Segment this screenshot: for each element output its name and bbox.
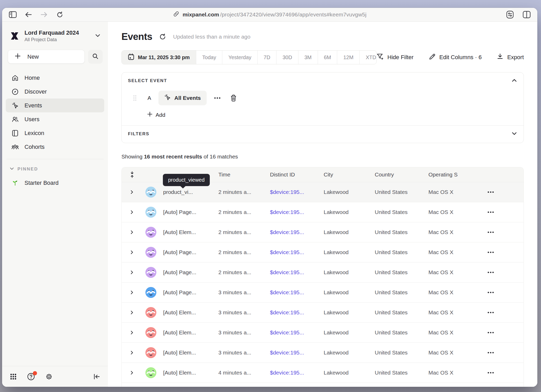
apps-grid-icon[interactable]: [10, 373, 17, 380]
address-bar[interactable]: mixpanel.com/project/3472420/view/397469…: [173, 8, 367, 21]
expand-row-icon[interactable]: [130, 190, 134, 194]
expand-row-icon[interactable]: [130, 210, 134, 215]
row-more-options-icon[interactable]: [483, 271, 494, 273]
country-cell: United States: [375, 189, 428, 195]
expand-row-icon[interactable]: [130, 350, 134, 355]
expand-row-icon[interactable]: [130, 370, 134, 375]
sidebar-item-users[interactable]: Users: [6, 112, 104, 126]
distinct-id-link[interactable]: $device:195...: [270, 350, 324, 356]
row-more-options-icon[interactable]: [483, 372, 494, 374]
desktop: { "browser": { "url_host": "mixpanel.com…: [0, 0, 541, 392]
row-more-options-icon[interactable]: [483, 332, 494, 334]
sidebar-item-events[interactable]: Events: [6, 99, 104, 112]
event-name-cell[interactable]: product_vi...: [163, 189, 218, 195]
event-name-cell[interactable]: [Auto] Page...: [163, 209, 218, 215]
event-name-cell[interactable]: [Auto] Page...: [163, 269, 218, 275]
sidebar-item-home[interactable]: Home: [6, 71, 104, 85]
hide-filter-button[interactable]: Hide Filter: [377, 53, 414, 62]
expand-row-icon[interactable]: [130, 290, 134, 295]
sort-icon[interactable]: [130, 171, 134, 178]
sidebar-item-lexicon[interactable]: Lexicon: [6, 126, 104, 140]
main-content: Events Updated less than a minute ago Ma…: [108, 22, 537, 387]
distinct-id-link[interactable]: $device:195...: [270, 329, 324, 336]
help-icon[interactable]: [27, 373, 35, 381]
split-view-icon[interactable]: [522, 10, 531, 19]
date-preset-segment[interactable]: 6M: [318, 51, 337, 64]
date-current-label: Mar 11, 2025 3:30 pm: [138, 54, 190, 60]
distinct-id-link[interactable]: $device:195...: [270, 249, 324, 255]
time-cell: 2 minutes a...: [218, 269, 270, 275]
date-current-segment[interactable]: Mar 11, 2025 3:30 pm: [122, 51, 196, 64]
event-name-cell[interactable]: [Auto] Elem...: [163, 350, 218, 356]
sidebar-item-label: Events: [24, 102, 42, 109]
expand-row-icon[interactable]: [130, 330, 134, 335]
distinct-id-link[interactable]: $device:195...: [270, 289, 324, 296]
forward-icon[interactable]: [40, 10, 48, 19]
row-more-options-icon[interactable]: [483, 291, 494, 293]
sidebar-item-starter-board[interactable]: Starter Board: [6, 176, 104, 190]
distinct-id-link[interactable]: $device:195...: [270, 209, 324, 215]
event-name-cell[interactable]: [Auto] Page...: [163, 289, 218, 296]
column-header-country[interactable]: Country: [375, 172, 428, 178]
gear-icon[interactable]: [45, 373, 53, 380]
distinct-id-link[interactable]: $device:195...: [270, 229, 324, 235]
back-icon[interactable]: [24, 10, 33, 19]
distinct-id-link[interactable]: $device:195...: [270, 189, 324, 195]
date-preset-segment[interactable]: 7D: [257, 51, 276, 64]
new-button[interactable]: New: [8, 50, 85, 64]
column-header-os[interactable]: Operating S: [428, 172, 483, 178]
refresh-icon[interactable]: [159, 33, 166, 40]
event-name-cell[interactable]: [Auto] Elem...: [163, 329, 218, 336]
row-more-options-icon[interactable]: [483, 251, 494, 253]
country-cell: United States: [375, 329, 428, 336]
expand-row-icon[interactable]: [130, 250, 134, 255]
sidebar-nav: Home Discover Events Users Lexicon: [2, 67, 108, 154]
sidebar-item-cohorts[interactable]: Cohorts: [6, 140, 104, 154]
sidebar-item-discover[interactable]: Discover: [6, 85, 104, 99]
expand-row-icon[interactable]: [130, 310, 134, 315]
date-preset-segment[interactable]: Yesterday: [222, 51, 257, 64]
distinct-id-link[interactable]: $device:195...: [270, 269, 324, 275]
chevron-up-icon[interactable]: [512, 78, 517, 84]
time-cell: 3 minutes a...: [218, 289, 270, 296]
distinct-id-link[interactable]: $device:195...: [270, 370, 324, 376]
event-name-cell[interactable]: [Auto] Elem...: [163, 370, 218, 376]
row-more-options-icon[interactable]: [483, 311, 494, 314]
event-name-cell[interactable]: [Auto] Elem...: [163, 309, 218, 316]
chevron-down-icon[interactable]: [512, 131, 517, 137]
project-switcher[interactable]: Lord Farquaad 2024 All Project Data: [2, 22, 108, 44]
row-more-options-icon[interactable]: [483, 211, 494, 213]
expand-row-icon[interactable]: [130, 230, 134, 235]
more-options-icon[interactable]: [214, 97, 221, 99]
event-name-cell[interactable]: [Auto] Page...: [163, 249, 218, 255]
event-name-cell[interactable]: [Auto] Elem...: [163, 229, 218, 235]
expand-row-icon[interactable]: [130, 270, 134, 275]
column-header-city[interactable]: City: [324, 172, 375, 178]
sidebar-toggle-icon[interactable]: [8, 10, 17, 19]
drag-handle-icon[interactable]: [133, 95, 137, 101]
date-preset-segment[interactable]: Today: [196, 51, 222, 64]
trash-icon[interactable]: [230, 94, 237, 102]
add-event-button[interactable]: Add: [147, 112, 165, 118]
updated-status: Updated less than a minute ago: [173, 34, 250, 40]
column-header-distinct-id[interactable]: Distinct ID: [270, 172, 324, 178]
search-button[interactable]: [88, 50, 103, 64]
column-header-time[interactable]: Time: [218, 172, 270, 178]
event-selector-chip[interactable]: All Events: [158, 91, 207, 105]
export-button[interactable]: Export: [497, 53, 524, 62]
edit-columns-button[interactable]: Edit Columns · 6: [429, 53, 482, 62]
pinned-section-toggle[interactable]: PINNED: [2, 164, 108, 173]
page-settings-icon[interactable]: [506, 10, 514, 19]
collapse-sidebar-icon[interactable]: [93, 373, 100, 380]
city-cell: Lakewood: [324, 370, 375, 376]
row-more-options-icon[interactable]: [483, 352, 494, 354]
date-preset-segment[interactable]: 3M: [298, 51, 318, 64]
reload-icon[interactable]: [55, 10, 64, 19]
avatar: [145, 227, 156, 238]
row-more-options-icon[interactable]: [483, 191, 494, 193]
date-xtd-segment[interactable]: XTD: [359, 51, 376, 64]
date-preset-segment[interactable]: 12M: [337, 51, 359, 64]
distinct-id-link[interactable]: $device:195...: [270, 309, 324, 316]
date-preset-segment[interactable]: 30D: [276, 51, 298, 64]
row-more-options-icon[interactable]: [483, 231, 494, 233]
